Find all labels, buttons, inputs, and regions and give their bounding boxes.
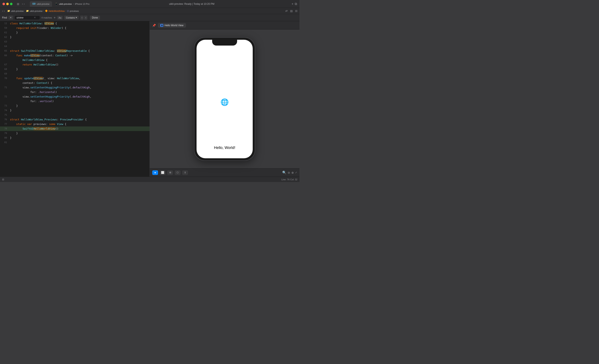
split-view-button[interactable]: ⧉: [295, 2, 297, 6]
tab-xcode-label: uikit-preview: [37, 3, 50, 5]
code-line-72b: for: .vertical): [0, 99, 150, 104]
zoom-fit-button[interactable]: ⤢: [295, 171, 297, 174]
find-add-button[interactable]: +: [54, 16, 55, 19]
preview-header: 📌 📱 Hello World View: [150, 21, 300, 29]
close-button[interactable]: [2, 3, 5, 5]
breadcrumb-project[interactable]: 📁 uikit-preview: [26, 9, 43, 12]
title-bar-right: + ⧉: [291, 2, 297, 6]
forward-button[interactable]: ›: [24, 2, 25, 5]
find-clear-icon[interactable]: ✕: [34, 16, 36, 19]
sidebar-toggle-button[interactable]: ⊞: [16, 2, 20, 6]
zoom-reset-button[interactable]: ⊖: [288, 171, 290, 174]
find-nav-group: ‹ ›: [80, 16, 87, 20]
main-content: 11 class HelloWorldView: UIView { 59 req…: [0, 21, 300, 177]
code-line-64: 64: [0, 44, 150, 49]
breadcrumb-sep-1: ›: [25, 10, 25, 12]
globe-icon: 🌐: [220, 98, 229, 106]
find-next-button[interactable]: ›: [84, 16, 87, 20]
code-line-59: 59 required init?(coder: NSCoder) {: [0, 26, 150, 30]
tab-xcode[interactable]: ⌨ uikit-preview: [30, 1, 52, 7]
tab-preview-icon: 📱: [55, 2, 58, 5]
preview-main: 🌐 Hello, World!: [150, 29, 300, 168]
layout-icon[interactable]: ▤: [290, 9, 293, 12]
code-line-66: 66 func makeUIView(context: Context) ->: [0, 53, 150, 58]
code-line-62: 62 }: [0, 35, 150, 40]
breadcrumb-back[interactable]: ‹: [2, 9, 3, 12]
status-bar: ⊟ Line: 76 Col: 32: [0, 177, 300, 182]
code-editor[interactable]: 11 class HelloWorldView: UIView { 59 req…: [0, 21, 150, 177]
tab-preview[interactable]: 📱 uikit-preview › iPhone 13 Pro: [53, 1, 92, 7]
phone-screen: 🌐 Hello, World!: [196, 40, 253, 158]
code-line-71: 71 view.setContentHuggingPriority(.defau…: [0, 85, 150, 90]
preview-panel: 📌 📱 Hello World View 🌐 Hello, World!: [150, 21, 300, 177]
breadcrumb-sep-2: ›: [43, 10, 44, 12]
breadcrumb-symbol[interactable]: ◻ previews: [67, 9, 79, 12]
preview-title: Hello World View: [165, 24, 184, 27]
breadcrumb-file[interactable]: 🔶 HelloWorldView: [45, 9, 65, 12]
symbol-icon: ◻: [67, 9, 69, 12]
preview-bottom-toolbar: ● ⬜ ⊞ ⬡ ℹ 🔍 ⊖ ⊕ ⤢: [150, 168, 300, 177]
breadcrumb-bar: ‹ › 📁 uikit-preview › 📁 uikit-preview › …: [0, 8, 300, 14]
phone-content: 🌐: [196, 40, 253, 158]
static-preview-button[interactable]: ⬜: [160, 170, 166, 175]
code-line-79: 79 }: [0, 131, 150, 136]
traffic-lights: [2, 3, 12, 5]
back-button[interactable]: ‹: [22, 2, 23, 5]
folder-icon: 📁: [7, 9, 10, 12]
zoom-in-button[interactable]: ⊕: [291, 171, 294, 174]
line-col-indicator: Line: 76 Col: 32: [282, 178, 297, 181]
code-line-67: 67 return HelloWorldView(): [0, 62, 150, 67]
code-line-72: 72 view.setContentHuggingPriority(.defau…: [0, 94, 150, 99]
adjust-icon[interactable]: ⇄: [285, 9, 288, 12]
info-button[interactable]: ℹ: [182, 170, 188, 175]
code-line-70b: context: Context) {: [0, 81, 150, 85]
title-bar: ⊞ ‹ › ⌨ uikit-preview 📱 uikit-preview › …: [0, 0, 300, 8]
hello-world-text: Hello, World!: [214, 146, 235, 150]
tab-xcode-icon: ⌨: [32, 2, 35, 5]
find-bar: Find ▾ ✕ 4 matches + Aa Contains ▾ ‹ › D…: [0, 14, 300, 21]
code-line-65: 65 struct SwiftUIHelloWorldView: UIViewR…: [0, 49, 150, 53]
maximize-button[interactable]: [10, 3, 12, 5]
code-line-70: 70 func updateUIView(_ view: HelloWorldV…: [0, 76, 150, 81]
code-line-74: 74 }: [0, 108, 150, 113]
breadcrumb-sep-3: ›: [66, 10, 66, 12]
inspector-icon[interactable]: ⊟: [295, 9, 297, 12]
tab-preview-device-name: iPhone 13 Pro: [75, 3, 89, 5]
code-line-78: 78 SwiftUIHelloWorldView(): [0, 126, 150, 131]
variants-button[interactable]: ⊞: [167, 170, 173, 175]
code-line-76: 76 struct HelloWorldView_Previews: Previ…: [0, 117, 150, 122]
find-contains-button[interactable]: Contains ▾: [64, 16, 79, 19]
find-contains-chevron: ▾: [76, 16, 77, 19]
code-line-11: 11 class HelloWorldView: UIView {: [0, 21, 150, 26]
find-aa-button[interactable]: Aa: [57, 16, 62, 19]
find-type-button[interactable]: ▾: [9, 16, 13, 19]
find-prev-button[interactable]: ‹: [80, 16, 84, 20]
find-input[interactable]: [17, 16, 33, 19]
find-label: Find: [2, 16, 7, 19]
find-contains-label: Contains: [66, 17, 75, 19]
breadcrumb-nav: ‹ ›: [2, 9, 5, 12]
folder-icon-2: 📁: [26, 9, 29, 12]
code-line-68: 68 }: [0, 67, 150, 71]
code-line-81: 81: [0, 140, 150, 145]
add-tab-button[interactable]: +: [291, 2, 293, 6]
find-done-button[interactable]: Done: [90, 16, 100, 20]
preview-bottom-left: ● ⬜ ⊞ ⬡ ℹ: [152, 170, 188, 175]
error-button[interactable]: ⊟: [2, 178, 4, 181]
breadcrumb-forward[interactable]: ›: [4, 9, 5, 12]
phone-mockup: 🌐 Hello, World!: [194, 38, 255, 160]
code-line-73: 73 }: [0, 104, 150, 108]
find-input-wrap: ✕: [15, 16, 40, 19]
code-line-71b: for: .horizontal): [0, 90, 150, 94]
live-preview-button[interactable]: ●: [152, 170, 158, 175]
code-area: 11 class HelloWorldView: UIView { 59 req…: [0, 21, 150, 145]
breadcrumb-root[interactable]: 📁 uikit-preview: [7, 9, 24, 12]
minimize-button[interactable]: [6, 3, 9, 5]
device-button[interactable]: ⬡: [175, 170, 181, 175]
window-title-text: uikit-preview: Ready | Today at 10:20 PM: [169, 2, 214, 5]
phone-notch: [212, 40, 237, 45]
preview-tab[interactable]: 📱 Hello World View: [158, 23, 186, 28]
zoom-out-button[interactable]: 🔍: [282, 170, 286, 175]
tab-preview-label: uikit-preview: [59, 3, 72, 5]
pin-icon[interactable]: 📌: [152, 24, 156, 27]
